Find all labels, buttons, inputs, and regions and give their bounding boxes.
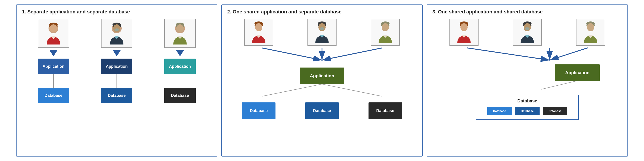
app-box-p3-shared: Application	[555, 64, 600, 81]
user-box-p2-3	[371, 19, 400, 46]
avatar-green	[170, 22, 190, 44]
svg-point-10	[176, 24, 184, 32]
line-v-3	[180, 74, 180, 81]
svg-point-17	[382, 23, 389, 31]
avatar-dark	[107, 22, 127, 44]
db-small-p3-2: Database	[515, 107, 540, 115]
panel1-title: 1. Separate application and separate dat…	[22, 9, 212, 15]
panel2-databases: Database Database Database	[227, 102, 417, 119]
avatar-p3-dark	[517, 21, 537, 44]
line-v-2	[116, 74, 117, 81]
db-box-3: Database	[164, 88, 196, 103]
p2-arrows-svg	[227, 46, 417, 64]
svg-line-33	[467, 48, 550, 60]
avatar-p3-red	[454, 21, 474, 44]
db-box-2: Database	[101, 88, 132, 103]
panel2-app-center: Application	[227, 68, 417, 84]
arrow-down-1	[50, 50, 58, 56]
svg-line-22	[262, 84, 322, 96]
avatar-p2-dark	[312, 21, 332, 44]
db-small-p3-3: Database	[543, 107, 567, 115]
line-v-1b	[53, 81, 54, 88]
app-box-3: Application	[164, 58, 196, 74]
svg-point-29	[525, 27, 530, 30]
panel3-db-row: Database Database Database	[481, 107, 574, 115]
p3-line-to-db	[432, 81, 622, 90]
tenant-col-2: Application Database	[101, 19, 132, 103]
app-box-p2-shared: Application	[300, 68, 344, 84]
avatar-red	[44, 22, 64, 44]
panel1: 1. Separate application and separate dat…	[16, 4, 217, 156]
svg-point-7	[114, 28, 119, 31]
user-box-p2-1	[244, 19, 273, 46]
svg-line-36	[541, 81, 576, 90]
user-box-p3-3	[576, 19, 605, 46]
svg-point-3	[50, 24, 57, 32]
user-box-p3-2	[513, 19, 542, 46]
db-box-p2-2: Database	[305, 102, 339, 119]
user-box-2	[101, 19, 132, 48]
avatar-p2-red	[249, 21, 269, 44]
panel3-users	[432, 19, 622, 46]
tenant-col-1: Application Database	[38, 19, 69, 103]
user-box-3	[164, 19, 196, 48]
arrow-down-3	[176, 50, 184, 56]
p2-bottom-lines	[227, 84, 417, 98]
user-box-1	[38, 19, 69, 48]
panel3-db-container: Database Database Database Database	[476, 95, 579, 120]
svg-line-21	[322, 48, 382, 60]
avatar-p3-green	[580, 21, 600, 44]
line-v-2b	[116, 81, 117, 88]
line-v-3b	[180, 81, 180, 88]
panel1-content: Application Database Applicatio	[22, 19, 212, 151]
db-box-1: Database	[38, 88, 69, 103]
svg-line-35	[550, 48, 588, 60]
svg-point-31	[587, 23, 594, 31]
panel2-title: 2. One shared application and separate d…	[227, 9, 417, 15]
svg-line-24	[322, 84, 382, 96]
panel3: 3. One shared application and shared dat…	[427, 4, 628, 156]
panel3-db-label: Database	[481, 98, 574, 104]
arrow-down-2	[113, 50, 121, 56]
db-box-p2-3: Database	[368, 102, 402, 119]
user-box-p2-2	[308, 19, 336, 46]
app-box-2: Application	[101, 58, 132, 74]
tenant-col-3: Application Database	[164, 19, 196, 103]
db-small-p3-1: Database	[487, 107, 512, 115]
svg-line-19	[262, 48, 322, 60]
svg-point-12	[255, 23, 262, 31]
app-box-1: Application	[38, 58, 69, 74]
svg-point-26	[460, 23, 468, 31]
db-box-p2-1: Database	[242, 102, 276, 119]
avatar-p2-green	[375, 21, 395, 44]
user-box-p3-1	[450, 19, 478, 46]
panel3-app-wrapper: Application	[432, 64, 622, 81]
line-v-1	[53, 74, 54, 81]
panel2: 2. One shared application and separate d…	[222, 4, 422, 156]
panel3-title: 3. One shared application and shared dat…	[432, 9, 622, 15]
p3-arrows-svg	[432, 46, 622, 64]
panel2-users	[227, 19, 417, 46]
svg-point-15	[320, 27, 324, 30]
